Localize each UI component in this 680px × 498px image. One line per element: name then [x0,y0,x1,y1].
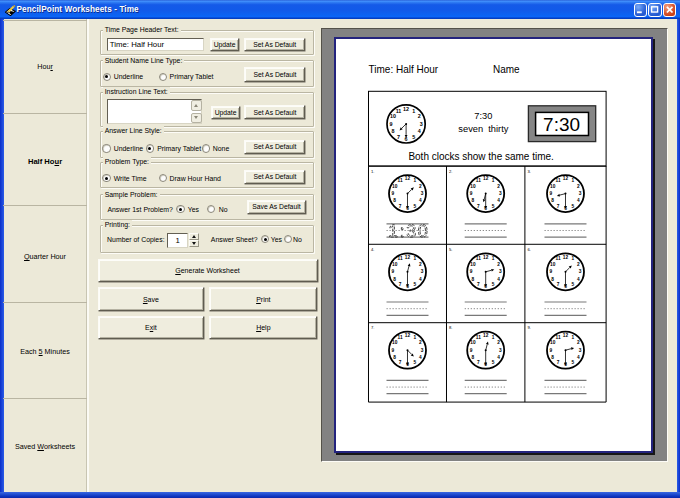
svg-text:9: 9 [549,191,552,196]
svg-text:2: 2 [577,184,580,189]
svg-text:8: 8 [551,199,554,204]
svg-text:7: 7 [397,134,400,140]
svg-text:1: 1 [571,257,574,262]
svg-text:10: 10 [550,184,556,189]
svg-text:11: 11 [555,257,560,262]
svg-text:7: 7 [399,282,402,287]
svg-text:5: 5 [492,361,495,366]
svg-text:2: 2 [419,184,422,189]
svg-text:1: 1 [413,335,416,340]
svg-text:7: 7 [477,361,480,366]
svg-text:7: 7 [557,204,560,209]
svg-text:3: 3 [579,191,582,196]
svg-text:2: 2 [497,184,500,189]
svg-text:9: 9 [391,191,394,196]
svg-text:4: 4 [419,355,422,360]
svg-text:4: 4 [577,277,580,282]
svg-text:1: 1 [412,108,415,114]
svg-text:1.: 1. [371,169,375,174]
svg-text:8: 8 [393,355,396,360]
svg-text:12: 12 [563,177,569,182]
svg-text:10: 10 [550,341,556,346]
svg-text:10: 10 [470,341,476,346]
svg-text:5: 5 [492,282,495,287]
svg-text:Name: Name [493,64,520,75]
svg-text:6.: 6. [527,247,531,252]
svg-text:8: 8 [551,277,554,282]
svg-text:2: 2 [497,262,500,267]
svg-text:4: 4 [419,277,422,282]
svg-text:5: 5 [413,282,416,287]
svg-text:5: 5 [413,204,416,209]
svg-text:11: 11 [476,257,481,262]
svg-text:10: 10 [392,262,398,267]
svg-text:12: 12 [403,106,409,112]
svg-text:12: 12 [483,333,489,338]
svg-text:2.: 2. [449,169,452,174]
svg-text:3: 3 [499,191,502,196]
svg-text:10: 10 [392,184,398,189]
svg-text:7: 7 [477,282,480,287]
svg-text:10: 10 [390,114,396,120]
svg-text:9: 9 [549,270,552,275]
svg-text:7: 7 [557,282,560,287]
svg-text:2: 2 [418,114,421,120]
svg-text:12: 12 [405,333,411,338]
svg-text:8: 8 [393,199,396,204]
svg-text:4: 4 [577,355,580,360]
svg-text:3: 3 [421,270,424,275]
svg-text:5: 5 [571,282,574,287]
svg-text:3.: 3. [527,169,531,174]
svg-text:12: 12 [483,255,489,260]
svg-text:2: 2 [577,341,580,346]
svg-text:Time: Half Hour: Time: Half Hour [368,64,438,75]
svg-text:11: 11 [397,335,402,340]
svg-text:1: 1 [492,257,495,262]
svg-text:12: 12 [405,177,411,182]
svg-text:10: 10 [392,341,398,346]
svg-text:3: 3 [420,121,423,127]
svg-text:1: 1 [492,335,495,340]
svg-text:11: 11 [555,335,560,340]
svg-text:3: 3 [579,270,582,275]
svg-text:12: 12 [483,177,489,182]
svg-text:9.: 9. [527,325,531,330]
svg-text:9: 9 [470,348,473,353]
svg-text:5: 5 [492,204,495,209]
svg-text:7.: 7. [371,325,375,330]
svg-text:1: 1 [571,335,574,340]
svg-text:7:30: 7:30 [543,114,580,135]
svg-text:5: 5 [571,361,574,366]
svg-text:5: 5 [412,134,415,140]
svg-text:2: 2 [419,262,422,267]
svg-text:11: 11 [476,335,481,340]
svg-text:9: 9 [391,348,394,353]
svg-text:4: 4 [497,355,500,360]
svg-text:4.: 4. [371,247,375,252]
svg-text:11: 11 [396,108,402,114]
svg-text:seven thirty: seven thirty [458,125,508,135]
svg-text:3: 3 [421,191,424,196]
svg-text:7: 7 [399,204,402,209]
svg-text:3: 3 [499,348,502,353]
svg-text:2: 2 [497,341,500,346]
svg-text:12: 12 [563,333,569,338]
svg-text:12: 12 [563,255,569,260]
svg-text:5: 5 [571,204,574,209]
svg-text:11: 11 [476,179,481,184]
svg-text:Both clocks show the same time: Both clocks show the same time. [408,151,553,162]
svg-text:1: 1 [492,179,495,184]
svg-text:10: 10 [470,184,476,189]
svg-text:5.: 5. [449,247,452,252]
svg-text:3: 3 [579,348,582,353]
svg-text:9: 9 [391,270,394,275]
svg-text:2: 2 [577,262,580,267]
svg-text:7: 7 [399,361,402,366]
svg-text:7:30: 7:30 [474,111,492,121]
svg-text:9: 9 [389,121,392,127]
svg-text:3: 3 [499,270,502,275]
svg-text:7: 7 [477,204,480,209]
svg-text:11: 11 [555,179,560,184]
svg-text:3: 3 [421,348,424,353]
svg-text:11: 11 [397,257,402,262]
